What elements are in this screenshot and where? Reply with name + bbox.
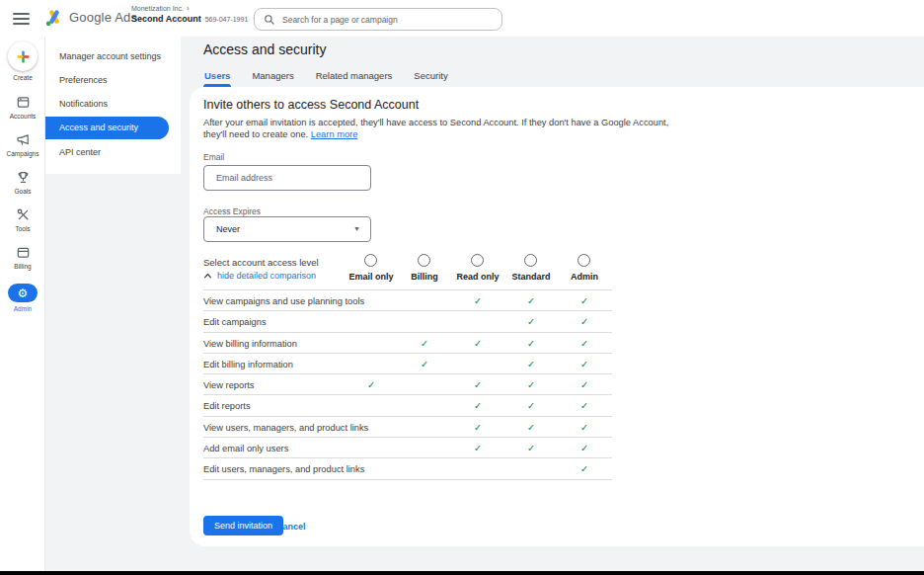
accounts-icon [0,94,45,110]
tab-bar: Users Managers Related managers Security [203,63,449,87]
google-ads-logo-icon [43,7,65,29]
check-mark: ✓ [517,395,545,416]
rail-item-campaigns[interactable]: Campaigns [0,131,45,157]
learn-more-link[interactable]: Learn more [311,129,358,139]
table-row: View reports ✓✓✓✓ [203,373,612,394]
plus-icon [8,41,38,71]
account-switcher[interactable]: Monetization Inc. › Second Account 569-0… [131,5,259,24]
check-mark: ✓ [571,374,598,395]
check-mark: ✓ [571,395,598,416]
rail-item-tools[interactable]: Tools [0,206,45,232]
check-mark: ✓ [571,333,598,354]
check-mark: ✓ [517,354,545,374]
invite-users-card: Invite others to access Second Account A… [190,87,924,546]
check-mark: ✓ [411,354,438,374]
breadcrumb-manager-account[interactable]: Monetization Inc. [131,5,184,12]
check-mark: ✓ [517,311,545,332]
email-field-label: Email [203,152,224,162]
email-input[interactable] [203,165,371,191]
select-caret-down-icon: ▼ [353,217,360,241]
table-row: Edit billing information ✓✓✓ [203,353,612,373]
rail-item-label: Accounts [0,113,45,120]
table-row: Add email only users ✓✓✓ [203,437,612,457]
check-mark: ✓ [411,333,438,354]
radio-admin[interactable] [578,254,590,267]
search-icon [264,14,275,26]
rail-item-admin[interactable]: ⚙ Admin [0,284,45,312]
table-row: View billing information ✓✓✓✓ [203,332,612,353]
chevron-right-icon: › [187,5,190,12]
send-invitation-button[interactable]: Send invitation [203,516,283,535]
chevron-up-icon [203,272,212,280]
check-mark: ✓ [464,374,492,395]
drawer-item-preferences[interactable]: Preferences [45,72,181,89]
rail-item-accounts[interactable]: Accounts [0,94,45,120]
check-mark: ✓ [571,354,598,374]
check-mark: ✓ [464,417,492,438]
invite-section-title: Invite others to access Second Account [203,98,419,112]
tab-managers[interactable]: Managers [251,63,294,87]
drawer-item-access-and-security[interactable]: Access and security [45,117,169,139]
tools-icon [0,206,45,222]
radio-email-only[interactable] [364,254,377,267]
rail-item-goals[interactable]: Goals [0,169,45,195]
table-row: Edit reports ✓✓✓ [203,394,612,415]
check-mark: ✓ [571,458,598,479]
gear-icon: ⚙ [8,284,38,302]
invite-description-line2: they'll need to create one. Learn more [203,129,357,139]
check-mark: ✓ [464,290,492,311]
radio-read-only[interactable] [471,254,484,267]
table-row: View campaigns and use planning tools ✓✓… [203,289,612,310]
rail-item-billing[interactable]: Billing [0,244,45,270]
rail-item-label: Goals [0,188,45,195]
level-header-admin: Admin [553,272,616,282]
trophy-icon [0,169,45,185]
cancel-button[interactable]: Cancel [276,522,306,532]
hide-detailed-comparison-link[interactable]: hide detailed comparison [203,271,316,281]
invite-description-line1: After your email invitation is accepted,… [203,118,668,127]
create-button[interactable]: Create [0,41,45,81]
page-title: Access and security [203,41,327,57]
access-level-label: Select account access level [203,257,319,268]
tab-security[interactable]: Security [413,63,448,87]
window-bottom-edge [0,571,924,575]
tab-users[interactable]: Users [203,63,231,87]
check-mark: ✓ [571,438,598,458]
permissions-comparison-table: View campaigns and use planning tools ✓✓… [203,289,612,480]
check-mark: ✓ [571,417,598,438]
radio-standard[interactable] [524,254,537,267]
check-mark: ✓ [357,374,385,395]
wallet-icon [0,244,45,260]
rail-item-label: Tools [0,225,45,232]
invite-description-line2-text: they'll need to create one. [203,129,308,139]
table-row: View users, managers, and product links … [203,416,612,437]
drawer-item-api-center[interactable]: API center [45,144,181,161]
create-label: Create [0,74,45,81]
check-mark: ✓ [464,395,492,416]
check-mark: ✓ [464,438,492,458]
check-mark: ✓ [517,333,545,354]
tab-related-managers[interactable]: Related managers [315,63,394,87]
navigation-rail: Create Accounts Campaigns [0,37,45,571]
drawer-item-notifications[interactable]: Notifications [45,96,181,113]
search-input[interactable] [282,15,493,25]
check-mark: ✓ [517,290,545,311]
rail-item-label: Billing [0,263,45,270]
access-expires-value: Never [216,224,240,234]
drawer-item-manager-account-settings[interactable]: Manager account settings [45,48,181,65]
current-account-name: Second Account [131,14,201,24]
access-expires-select[interactable]: Never ▼ [203,216,371,242]
rail-item-label: Campaigns [0,150,45,157]
check-mark: ✓ [517,417,545,438]
top-app-bar: Google Ads Monetization Inc. › Second Ac… [0,0,924,37]
search-box[interactable] [254,8,502,31]
main-menu-button[interactable] [13,13,30,25]
admin-section-drawer: Manager account settings Preferences Not… [45,37,181,174]
radio-billing[interactable] [418,254,430,267]
rail-item-label: Admin [0,305,45,312]
table-row: Edit campaigns ✓✓ [203,310,612,331]
check-mark: ✓ [517,374,545,395]
current-account-id: 569-047-1991 [205,16,249,23]
check-mark: ✓ [571,290,598,311]
table-row: Edit users, managers, and product links … [203,457,612,478]
